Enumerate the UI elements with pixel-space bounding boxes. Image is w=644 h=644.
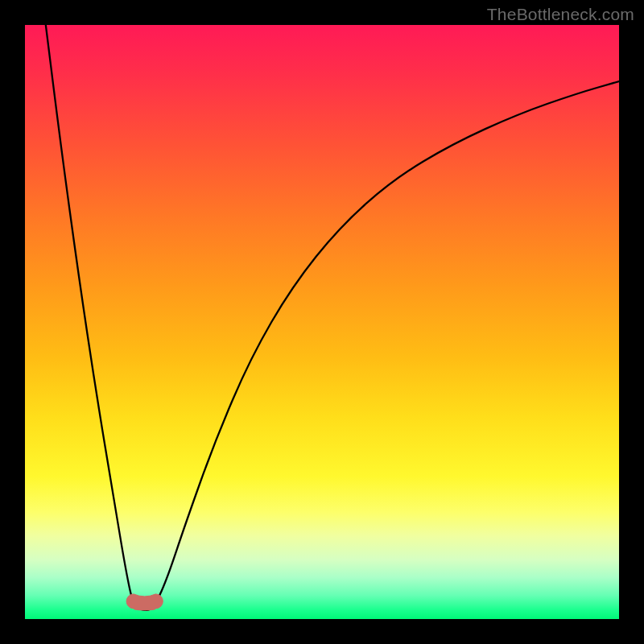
watermark-text: TheBottleneck.com bbox=[487, 5, 634, 24]
curve-layer bbox=[25, 25, 619, 619]
plot-area bbox=[25, 25, 619, 619]
outer-frame: TheBottleneck.com bbox=[0, 0, 644, 644]
bottleneck-curve bbox=[46, 25, 619, 610]
trough-marker bbox=[126, 594, 163, 610]
